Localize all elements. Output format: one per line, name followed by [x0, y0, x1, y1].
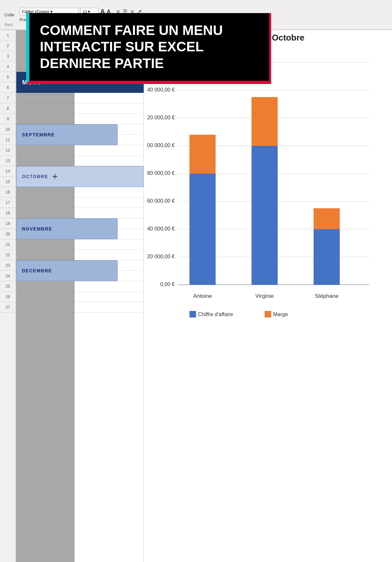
row-num-22: 22 — [0, 250, 16, 260]
x-label-antoine: Antoine — [193, 293, 212, 299]
row-num-26: 26 — [0, 292, 16, 302]
legend-ca-swatch — [189, 311, 196, 317]
novembre-button-label: NOVEMBRE — [22, 226, 52, 231]
row-num-18: 18 — [0, 208, 16, 218]
bc-row-16 — [74, 187, 143, 197]
banner-line3: DERNIERE PARTIE — [40, 55, 259, 72]
row-num-3: 3 — [0, 51, 16, 61]
row-num-6: 6 — [0, 82, 16, 93]
content-area: 1 2 3 4 5 6 7 8 9 10 11 12 13 14 15 16 1… — [0, 30, 392, 562]
row-num-12: 12 — [0, 145, 16, 156]
y-label-100k: 100 000,00 € — [147, 143, 175, 148]
gs-row-7 — [16, 93, 74, 103]
row-num-10: 10 — [0, 124, 16, 135]
overlay-banner: COMMENT FAIRE UN MENU INTERACTIF SUR EXC… — [26, 13, 271, 84]
row-num-8: 8 — [0, 103, 16, 114]
row-num-2: 2 — [0, 41, 16, 51]
legend-marge-label: Marge — [273, 312, 288, 317]
y-label-20k: 20 000,00 € — [147, 254, 175, 259]
gs-row-22 — [16, 250, 74, 260]
x-label-stephane: Stéphane — [315, 293, 339, 299]
bar-chart: 160 000,00 € 140 000,00 € 120 000,00 € 1… — [147, 49, 376, 344]
row-num-1: 1 — [0, 30, 16, 41]
gs-row-9 — [16, 114, 74, 124]
bc-row-12 — [74, 145, 143, 156]
banner-line1: COMMENT FAIRE UN MENU — [40, 22, 259, 39]
legend-marge-swatch — [265, 311, 271, 317]
bc-row-13 — [74, 156, 143, 166]
row-num-4: 4 — [0, 61, 16, 72]
row-num-25: 25 — [0, 281, 16, 292]
stephane-ca-bar — [314, 229, 340, 285]
bc-row-22 — [74, 250, 143, 260]
septembre-button-label: SEPTEMBRE — [22, 132, 55, 137]
gs-row-12 — [16, 145, 74, 156]
row-num-21: 21 — [0, 239, 16, 250]
gs-row-8 — [16, 103, 74, 114]
bc-row-8 — [74, 103, 143, 114]
button-column: MENU SEPTEMBRE OCTOBRE + NOVEMBRE DECEMB… — [74, 30, 144, 562]
row-num-5: 5 — [0, 72, 16, 82]
gs-row-25 — [16, 281, 74, 292]
gs-row-27 — [16, 302, 74, 313]
row-num-7: 7 — [0, 93, 16, 103]
gs-row-26 — [16, 292, 74, 302]
bc-row-7 — [74, 93, 143, 103]
row-num-11: 11 — [0, 135, 16, 145]
row-num-16: 16 — [0, 187, 16, 197]
y-label-60k: 60 000,00 € — [147, 198, 175, 204]
octobre-button[interactable]: OCTOBRE + — [16, 166, 144, 187]
decembre-button[interactable]: DECEMBRE — [16, 260, 118, 281]
decembre-button-label: DECEMBRE — [22, 268, 52, 273]
bc-row-18 — [74, 208, 143, 218]
novembre-button[interactable]: NOVEMBRE — [16, 218, 118, 239]
page-wrapper: Colle Calibri (Corps) ▾ 11 ▾ A A ≡ ☰ ≡ ↗ — [0, 0, 392, 562]
bc-row-17 — [74, 197, 143, 208]
gs-row-18 — [16, 208, 74, 218]
gray-sidebar — [16, 30, 74, 562]
virginie-marge-bar — [252, 97, 278, 146]
row-num-24: 24 — [0, 271, 16, 281]
y-label-120k: 120 000,00 € — [147, 115, 175, 120]
banner-title: COMMENT FAIRE UN MENU INTERACTIF SUR EXC… — [40, 22, 259, 72]
row-num-13: 13 — [0, 156, 16, 166]
antoine-marge-bar — [189, 135, 216, 174]
bc-row-27 — [74, 302, 143, 313]
septembre-button[interactable]: SEPTEMBRE — [16, 124, 118, 145]
y-label-0: 0,00 € — [160, 281, 175, 287]
gs-row-13 — [16, 156, 74, 166]
y-label-40k: 40 000,00 € — [147, 226, 175, 231]
row-num-15: 15 — [0, 177, 16, 187]
row-num-23: 23 — [0, 260, 16, 271]
bc-row-21 — [74, 239, 143, 250]
octobre-button-label: OCTOBRE — [22, 174, 48, 179]
banner-line2: INTERACTIF SUR EXCEL — [40, 39, 259, 55]
row-num-20: 20 — [0, 229, 16, 239]
virginie-ca-bar — [252, 146, 278, 285]
y-label-80k: 80 000,00 € — [147, 170, 175, 176]
legend-ca-label: Chiffre d'affaire — [198, 312, 233, 317]
y-label-140k: 140 000,00 € — [147, 87, 175, 93]
row-num-19: 19 — [0, 218, 16, 229]
chart-column: Résultats Octobre 160 000,00 € 140 000,0… — [144, 30, 392, 562]
toolbar-rect-label: Rect — [5, 23, 13, 27]
row-num-14: 14 — [0, 166, 16, 177]
row-numbers-column: 1 2 3 4 5 6 7 8 9 10 11 12 13 14 15 16 1… — [0, 30, 16, 562]
bc-row-26 — [74, 292, 143, 302]
stephane-marge-bar — [314, 208, 340, 229]
bc-row-9 — [74, 114, 143, 124]
row-num-27: 27 — [0, 302, 16, 313]
gs-row-21 — [16, 239, 74, 250]
antoine-ca-bar — [189, 174, 216, 285]
toolbar-colle-label: Colle — [5, 12, 14, 17]
gs-row-16 — [16, 187, 74, 197]
gs-row-17 — [16, 197, 74, 208]
row-num-9: 9 — [0, 114, 16, 124]
plus-cursor-icon: + — [52, 171, 58, 182]
bc-row-25 — [74, 281, 143, 292]
row-num-17: 17 — [0, 197, 16, 208]
x-label-virginie: Virginie — [255, 293, 274, 299]
